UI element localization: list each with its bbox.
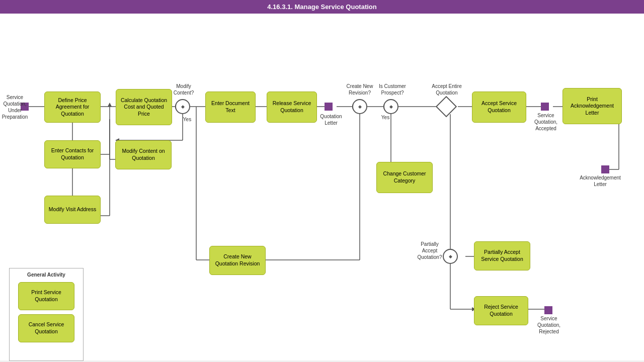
- enter-contacts-label: Enter Contacts for Quotation: [47, 147, 98, 161]
- change-customer-box[interactable]: Change Customer Category: [376, 162, 433, 193]
- rejected-event: [544, 306, 552, 314]
- release-label: Release Service Quotation: [269, 100, 314, 114]
- create-revision-label: Create New Revision?: [345, 83, 375, 96]
- reject-box[interactable]: Reject Service Quotation: [474, 296, 528, 325]
- calculate-box[interactable]: Calculate Quotation Cost and Quoted Pric…: [116, 89, 172, 125]
- ack-letter-label: Acknowledgement Letter: [578, 174, 623, 188]
- enter-doc-box[interactable]: Enter Document Text: [205, 92, 256, 123]
- yes2-label: Yes: [379, 114, 391, 121]
- modify-content-label2: Modify Content on Quotation: [118, 148, 169, 161]
- create-revision-label2: Create New Quotation Revision: [212, 253, 263, 267]
- define-price-label: Define Price Agreement for Quotation: [47, 97, 98, 118]
- canvas: Service Quotation, Under Preparation Def…: [0, 14, 644, 360]
- release-box[interactable]: Release Service Quotation: [267, 92, 317, 123]
- modify-content-box[interactable]: Modify Content on Quotation: [115, 140, 172, 169]
- ack-letter-event: [601, 165, 609, 173]
- print-ack-box[interactable]: Print Acknowledgement Letter: [562, 88, 622, 124]
- yes1-label: Yes: [181, 116, 193, 123]
- change-customer-label: Change Customer Category: [379, 170, 430, 184]
- general-activity-label: General Activity: [13, 272, 80, 278]
- customer-prospect-gateway: ◆: [383, 99, 398, 114]
- cancel-service-label: Cancel Service Quotation: [21, 321, 72, 335]
- create-revision-box[interactable]: Create New Quotation Revision: [209, 246, 266, 275]
- start-label: Service Quotation, Under Preparation: [1, 94, 29, 120]
- legend-box: General Activity Print Service Quotation…: [9, 268, 84, 361]
- calculate-label: Calculate Quotation Cost and Quoted Pric…: [118, 97, 170, 118]
- title-text: 4.16.3.1. Manage Service Quotation: [267, 3, 376, 11]
- reject-label: Reject Service Quotation: [476, 304, 526, 317]
- modify-content-label: Modify Content?: [171, 83, 196, 96]
- enter-doc-label: Enter Document Text: [208, 100, 253, 114]
- svg-marker-13: [108, 103, 112, 107]
- modify-content-gateway: ◆: [175, 99, 190, 114]
- quotation-letter-label: Quotation Letter: [317, 113, 345, 126]
- title-bar: 4.16.3.1. Manage Service Quotation: [0, 0, 644, 14]
- modify-visit-box[interactable]: Modify Visit Address: [44, 196, 101, 224]
- mid-event1: [325, 103, 333, 111]
- print-service-box[interactable]: Print Service Quotation: [18, 282, 74, 310]
- cancel-service-box[interactable]: Cancel Service Quotation: [18, 314, 74, 342]
- service-accepted-label: Service Quotation, Accepted: [531, 112, 561, 132]
- customer-prospect-label: Is Customer Prospect?: [377, 83, 408, 96]
- partially-accept-label: Partially Accept Service Quotation: [476, 249, 528, 262]
- partially-accept-box[interactable]: Partially Accept Service Quotation: [474, 241, 530, 270]
- modify-visit-label: Modify Visit Address: [49, 206, 96, 213]
- accept-entire-gateway: [436, 96, 457, 117]
- create-revision-gateway: ◆: [352, 99, 367, 114]
- accept-box[interactable]: Accept Service Quotation: [472, 92, 526, 123]
- accept-entire-label: Accept Entire Quotation: [432, 83, 462, 96]
- service-rejected-label: Service Quotation, Rejected: [533, 315, 565, 335]
- define-price-box[interactable]: Define Price Agreement for Quotation: [44, 92, 101, 123]
- print-service-label: Print Service Quotation: [21, 289, 72, 303]
- accept-label: Accept Service Quotation: [474, 100, 524, 114]
- mid-event2: [541, 103, 549, 111]
- print-ack-label: Print Acknowledgement Letter: [565, 96, 619, 117]
- enter-contacts-box[interactable]: Enter Contacts for Quotation: [44, 140, 101, 168]
- partially-accept-q-label: Partially Accept Quotation?: [413, 241, 447, 260]
